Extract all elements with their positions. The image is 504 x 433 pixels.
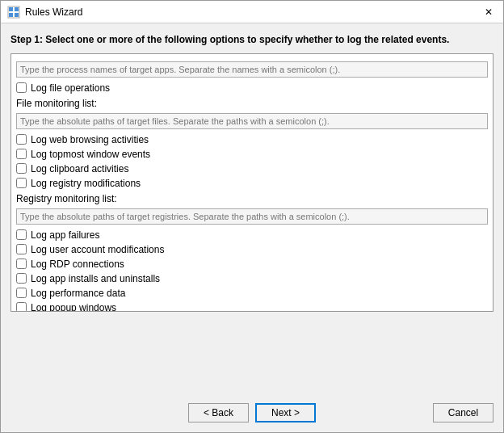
- label-user-account: Log user account modifications: [31, 244, 164, 255]
- checkbox-row-app-failures: Log app failures: [16, 229, 488, 242]
- label-rdp: Log RDP connections: [31, 259, 124, 270]
- checkbox-performance[interactable]: [16, 288, 27, 298]
- svg-rect-2: [15, 7, 19, 11]
- file-monitoring-input[interactable]: [16, 113, 488, 129]
- main-content: Step 1: Select one or more of the follow…: [1, 23, 503, 390]
- checkbox-web-browsing[interactable]: [16, 134, 27, 145]
- window-title: Rules Wizard: [25, 6, 82, 18]
- list-inner: Log file operations File monitoring list…: [13, 57, 491, 312]
- bottom-area: < Back Next > Cancel: [1, 390, 503, 432]
- checkbox-app-failures[interactable]: [16, 229, 27, 240]
- svg-rect-3: [9, 13, 13, 17]
- svg-rect-4: [15, 13, 19, 17]
- title-bar: Rules Wizard ✕: [1, 1, 503, 23]
- label-app-installs: Log app installs and uninstalls: [31, 273, 160, 284]
- checkbox-row-log-file-operations: Log file operations: [16, 82, 488, 95]
- back-button[interactable]: < Back: [188, 403, 249, 422]
- checkbox-row-clipboard: Log clipboard activities: [16, 162, 488, 175]
- rules-wizard-window: Rules Wizard ✕ Step 1: Select one or mor…: [0, 0, 504, 433]
- button-group: < Back Next >: [188, 403, 316, 422]
- checkbox-app-installs[interactable]: [16, 273, 27, 284]
- process-names-input[interactable]: [16, 61, 488, 78]
- close-button[interactable]: ✕: [481, 4, 497, 20]
- label-web-browsing: Log web browsing activities: [31, 134, 149, 145]
- options-list[interactable]: Log file operations File monitoring list…: [10, 53, 494, 312]
- checkbox-log-file-operations[interactable]: [16, 82, 27, 93]
- checkbox-topmost-window[interactable]: [16, 149, 27, 159]
- registry-monitoring-input[interactable]: [16, 208, 488, 225]
- registry-monitoring-label: Registry monitoring list:: [16, 193, 488, 204]
- label-popup: Log popup windows: [31, 302, 116, 312]
- checkbox-row-rdp: Log RDP connections: [16, 258, 488, 271]
- label-log-file-operations: Log file operations: [31, 82, 110, 94]
- label-performance: Log performance data: [31, 288, 125, 299]
- checkbox-user-account[interactable]: [16, 244, 27, 254]
- file-monitoring-label: File monitoring list:: [16, 98, 488, 109]
- cancel-button[interactable]: Cancel: [433, 403, 494, 422]
- checkbox-row-user-account: Log user account modifications: [16, 243, 488, 256]
- checkbox-row-popup: Log popup windows: [16, 301, 488, 312]
- label-app-failures: Log app failures: [31, 229, 99, 241]
- step-description: Step 1: Select one or more of the follow…: [10, 33, 494, 47]
- checkbox-row-registry-mods: Log registry modifications: [16, 177, 488, 190]
- checkbox-popup[interactable]: [16, 302, 27, 312]
- checkbox-row-performance: Log performance data: [16, 287, 488, 300]
- next-button[interactable]: Next >: [255, 403, 316, 422]
- checkbox-registry-mods[interactable]: [16, 178, 27, 188]
- svg-rect-1: [9, 7, 13, 11]
- wizard-icon: [7, 6, 20, 19]
- checkbox-row-topmost-window: Log topmost window events: [16, 148, 488, 161]
- checkbox-row-web-browsing: Log web browsing activities: [16, 133, 488, 146]
- title-bar-left: Rules Wizard: [7, 6, 82, 19]
- label-clipboard: Log clipboard activities: [31, 163, 128, 174]
- checkbox-rdp[interactable]: [16, 259, 27, 269]
- label-registry-mods: Log registry modifications: [31, 178, 141, 189]
- checkbox-clipboard[interactable]: [16, 163, 27, 174]
- label-topmost-window: Log topmost window events: [31, 149, 150, 160]
- checkbox-row-app-installs: Log app installs and uninstalls: [16, 272, 488, 285]
